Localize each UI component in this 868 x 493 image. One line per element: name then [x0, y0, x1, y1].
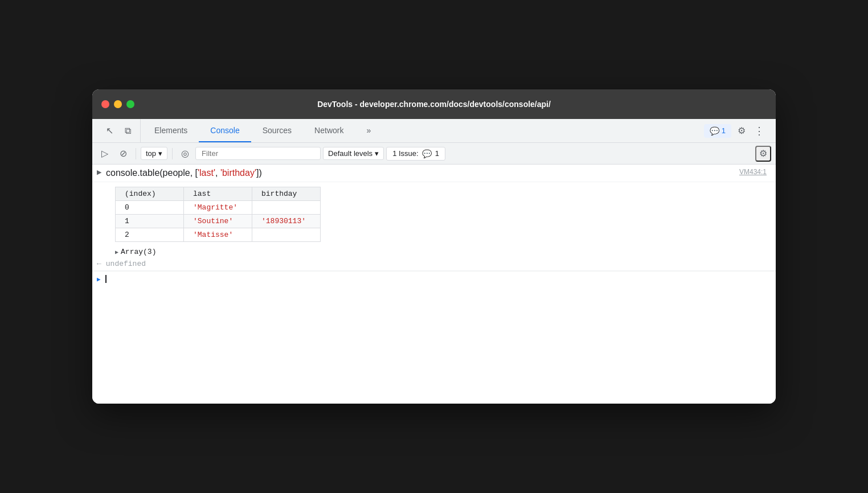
input-caret: ▶	[97, 276, 101, 283]
cell-last-2: 'Matisse'	[184, 228, 252, 242]
cursor-input-line[interactable]: ▶	[92, 271, 776, 286]
cell-index-1: 1	[116, 215, 184, 228]
cell-last-0: 'Magritte'	[184, 201, 252, 215]
toolbar-divider-2	[172, 148, 173, 159]
execute-icon: ▷	[101, 148, 108, 159]
gear-icon-2: ⚙	[759, 148, 767, 159]
tabs: Elements Console Sources Network »	[143, 119, 699, 142]
table-row: 0 'Magritte'	[116, 201, 321, 215]
chevron-down-icon-2: ▾	[375, 149, 379, 158]
context-selector[interactable]: top ▾	[141, 147, 167, 160]
col-header-birthday: birthday	[252, 187, 321, 201]
layers-icon-btn[interactable]: ⧉	[120, 123, 136, 139]
cursor-icon: ↖	[106, 125, 113, 136]
tab-sources[interactable]: Sources	[251, 119, 303, 142]
gear-icon: ⚙	[738, 125, 746, 136]
toolbar-icons: ↖ ⧉	[97, 119, 141, 142]
eye-icon-btn[interactable]: ◎	[177, 146, 193, 162]
table-row: 1 'Soutine' '18930113'	[116, 215, 321, 228]
devtools-window: DevTools - developer.chrome.com/docs/dev…	[92, 89, 776, 404]
tabs-bar: ↖ ⧉ Elements Console Sources Network »	[92, 119, 776, 143]
tab-network[interactable]: Network	[303, 119, 355, 142]
undefined-line: ← undefined	[92, 257, 776, 271]
titlebar: DevTools - developer.chrome.com/docs/dev…	[92, 89, 776, 119]
cell-index-2: 2	[116, 228, 184, 242]
cell-birthday-1: '18930113'	[252, 215, 321, 228]
left-arrow-icon: ←	[97, 260, 101, 268]
tab-more[interactable]: »	[355, 119, 382, 142]
issue-badge-icon: 💬	[422, 149, 432, 158]
array-label: Array(3)	[121, 248, 156, 256]
tab-elements[interactable]: Elements	[143, 119, 199, 142]
traffic-lights	[101, 100, 134, 108]
chevron-down-icon: ▾	[158, 149, 162, 158]
eye-icon: ◎	[181, 148, 189, 159]
console-toolbar: ▷ ⊘ top ▾ ◎ Default levels ▾ 1 Issue: 💬 …	[92, 143, 776, 165]
minimize-button[interactable]	[114, 100, 122, 108]
toolbar-divider	[136, 148, 136, 159]
table-row: 2 'Matisse'	[116, 228, 321, 242]
layers-icon: ⧉	[125, 126, 131, 136]
array-summary: ▶ Array(3)	[92, 246, 776, 257]
cell-last-1: 'Soutine'	[184, 215, 252, 228]
expand-arrow[interactable]: ▶	[97, 168, 101, 176]
filter-input[interactable]	[195, 147, 321, 160]
execute-icon-btn[interactable]: ▷	[97, 146, 113, 162]
ban-icon: ⊘	[120, 148, 127, 159]
issues-button[interactable]: 1 Issue: 💬 1	[386, 147, 445, 161]
maximize-button[interactable]	[126, 100, 134, 108]
col-header-last: last	[184, 187, 252, 201]
col-header-index: (index)	[116, 187, 184, 201]
window-title: DevTools - developer.chrome.com/docs/dev…	[317, 100, 551, 109]
table-header-row: (index) last birthday	[116, 187, 321, 201]
close-button[interactable]	[101, 100, 109, 108]
settings-icon-btn[interactable]: ⚙	[734, 123, 750, 139]
tab-console[interactable]: Console	[199, 119, 251, 142]
cursor-icon-btn[interactable]: ↖	[101, 123, 117, 139]
console-content: ▶ console.table(people, ['last', 'birthd…	[92, 165, 776, 404]
console-command-text: console.table(people, ['last', 'birthday…	[106, 168, 262, 178]
undefined-text: undefined	[106, 260, 146, 268]
ban-icon-btn[interactable]: ⊘	[115, 146, 131, 162]
cell-birthday-2	[252, 228, 321, 242]
console-table: (index) last birthday 0 'Magritte' 1 'So…	[115, 187, 321, 242]
log-levels-button[interactable]: Default levels ▾	[323, 147, 384, 160]
console-command-line: ▶ console.table(people, ['last', 'birthd…	[92, 165, 776, 182]
array-expand-arrow[interactable]: ▶	[115, 249, 118, 256]
vm-link[interactable]: VM434:1	[739, 168, 771, 176]
more-options-button[interactable]: ⋮	[752, 125, 767, 137]
message-icon: 💬	[710, 126, 719, 135]
console-table-wrapper: (index) last birthday 0 'Magritte' 1 'So…	[92, 182, 776, 246]
tabs-right: 💬 1 ⚙ ⋮	[699, 119, 771, 142]
issues-badge-button[interactable]: 💬 1	[704, 124, 731, 138]
console-settings-button[interactable]: ⚙	[755, 146, 771, 162]
cell-birthday-0	[252, 201, 321, 215]
cell-index-0: 0	[116, 201, 184, 215]
text-cursor	[105, 275, 107, 283]
